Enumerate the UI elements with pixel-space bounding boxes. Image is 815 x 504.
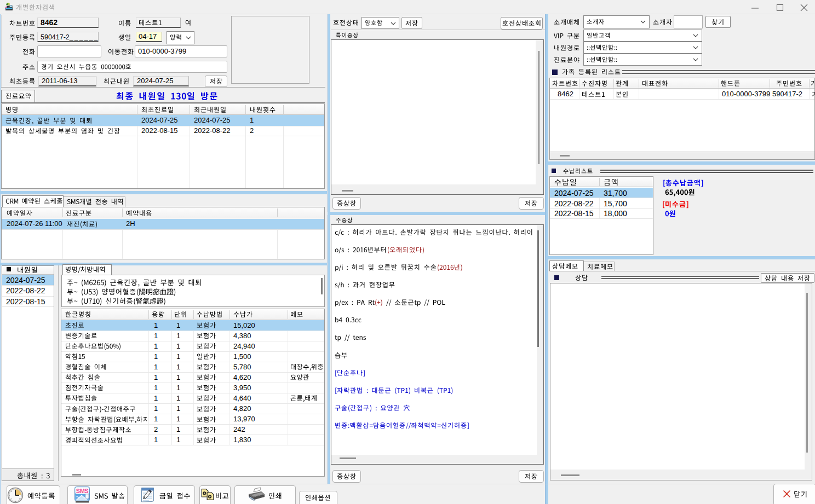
- svg-text:SMS: SMS: [76, 488, 89, 494]
